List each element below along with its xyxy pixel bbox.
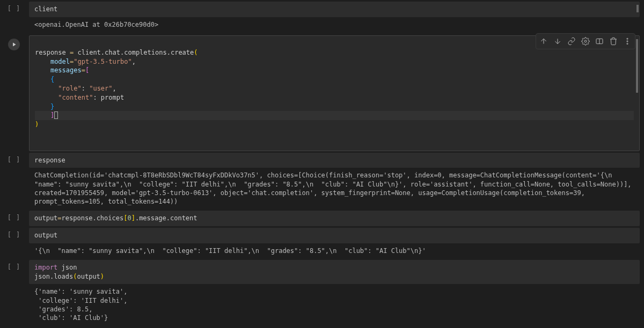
cell-output: ChatCompletion(id='chatcmpl-8T8eRbSDbl9W… [29,168,640,209]
execution-indicator[interactable]: [ ] [4,153,24,163]
code-input[interactable]: import json json.loads(output) [29,260,640,285]
settings-button[interactable] [579,35,592,48]
code-input[interactable]: output [29,228,640,243]
cell-output: <openai.OpenAI at 0x26b70ce90d0> [29,17,640,32]
cell-assign-output: [ ] output=response.choices[0].message.c… [4,211,640,226]
svg-point-4 [627,43,628,44]
cell-output: '{\n "name": "sunny savita",\n "college"… [29,243,640,258]
cell-output-var: [ ] output '{\n "name": "sunny savita",\… [4,228,640,258]
execution-indicator[interactable]: [ ] [4,228,24,238]
more-button[interactable] [621,35,634,48]
collapse-marker[interactable] [636,5,639,12]
cell-response: [ ] response ChatCompletion(id='chatcmpl… [4,153,640,210]
execution-indicator[interactable]: [ ] [4,2,24,12]
code-input[interactable]: response [29,153,640,168]
cell-json-loads: [ ] import json json.loads(output) {'nam… [4,260,640,325]
cell-create-completion: response = client.chat.completions.creat… [4,35,640,151]
delete-button[interactable] [607,35,620,48]
cell-output: {'name': 'sunny savita', 'college': 'IIT… [29,284,640,325]
link-button[interactable] [565,35,578,48]
move-up-button[interactable] [537,35,550,48]
svg-point-3 [627,41,628,42]
svg-point-2 [627,38,628,39]
run-button[interactable] [4,35,24,50]
execution-indicator[interactable]: [ ] [4,260,24,271]
execution-indicator[interactable]: [ ] [4,211,24,221]
text-cursor [54,111,58,119]
code-input[interactable]: output=response.choices[0].message.conte… [29,211,640,226]
mirror-button[interactable] [593,35,606,48]
code-input[interactable]: client [29,2,640,17]
code-input[interactable]: response = client.chat.completions.creat… [29,35,640,151]
cell-toolbar [536,33,635,49]
svg-point-0 [584,40,587,42]
move-down-button[interactable] [551,35,564,48]
collapse-marker[interactable] [636,39,638,93]
cell-client: [ ] client <openai.OpenAI at 0x26b70ce90… [4,2,640,32]
notebook: [ ] client <openai.OpenAI at 0x26b70ce90… [0,2,644,325]
